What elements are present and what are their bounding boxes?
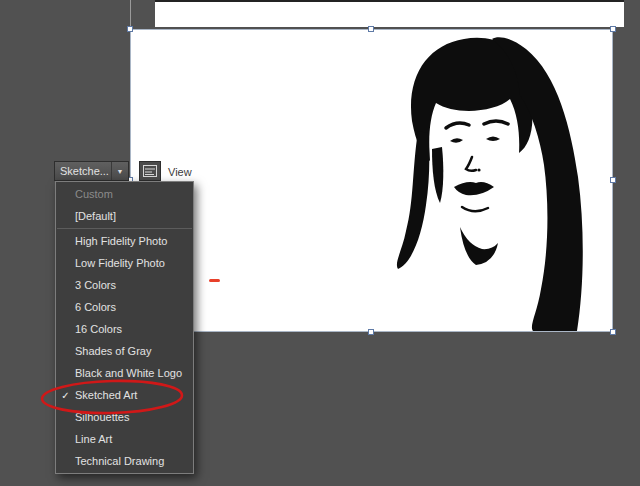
- selection-handle[interactable]: [610, 26, 616, 32]
- checkmark-icon: ✓: [56, 390, 75, 401]
- menu-item-16-colors[interactable]: 16 Colors: [56, 318, 193, 340]
- preset-menu: Custom[Default]High Fidelity PhotoLow Fi…: [55, 181, 194, 474]
- trace-artifact-mark: [209, 279, 220, 282]
- selection-handle[interactable]: [127, 26, 133, 32]
- menu-item-label: Sketched Art: [75, 389, 193, 401]
- menu-item-label: Black and White Logo: [75, 367, 193, 379]
- upper-artboard-strip: [155, 0, 624, 27]
- menu-separator: [57, 228, 192, 229]
- menu-item-6-colors[interactable]: 6 Colors: [56, 296, 193, 318]
- menu-item-label: 6 Colors: [75, 301, 193, 313]
- preset-dropdown-button[interactable]: Sketche... ▼: [54, 161, 129, 181]
- view-label: View: [168, 166, 192, 178]
- menu-item-label: Silhouettes: [75, 411, 193, 423]
- menu-item-black-and-white-logo[interactable]: Black and White Logo: [56, 362, 193, 384]
- menu-item-silhouettes[interactable]: Silhouettes: [56, 406, 193, 428]
- selection-handle[interactable]: [368, 26, 374, 32]
- chevron-down-icon: ▼: [111, 162, 128, 180]
- selection-handle[interactable]: [368, 329, 374, 335]
- preset-dropdown-label: Sketche...: [55, 165, 111, 177]
- menu-item-low-fidelity-photo[interactable]: Low Fidelity Photo: [56, 252, 193, 274]
- menu-item-line-art[interactable]: Line Art: [56, 428, 193, 450]
- panel-icon: [143, 165, 157, 177]
- menu-item-default[interactable]: [Default]: [56, 205, 193, 227]
- menu-item-sketched-art[interactable]: ✓Sketched Art: [56, 384, 193, 406]
- menu-item-3-colors[interactable]: 3 Colors: [56, 274, 193, 296]
- menu-item-label: [Default]: [75, 210, 193, 222]
- selection-handle[interactable]: [610, 177, 616, 183]
- menu-item-custom[interactable]: Custom: [56, 183, 193, 205]
- menu-item-label: Low Fidelity Photo: [75, 257, 193, 269]
- menu-item-high-fidelity-photo[interactable]: High Fidelity Photo: [56, 230, 193, 252]
- menu-item-label: Custom: [75, 188, 193, 200]
- artboard-canvas[interactable]: [130, 29, 613, 332]
- menu-item-label: High Fidelity Photo: [75, 235, 193, 247]
- menu-item-technical-drawing[interactable]: Technical Drawing: [56, 450, 193, 472]
- menu-item-label: 3 Colors: [75, 279, 193, 291]
- menu-item-label: Shades of Gray: [75, 345, 193, 357]
- menu-item-label: 16 Colors: [75, 323, 193, 335]
- image-trace-panel-button[interactable]: [139, 161, 161, 181]
- selection-handle[interactable]: [610, 329, 616, 335]
- menu-item-shades-of-gray[interactable]: Shades of Gray: [56, 340, 193, 362]
- menu-item-label: Technical Drawing: [75, 455, 193, 467]
- menu-item-label: Line Art: [75, 433, 193, 445]
